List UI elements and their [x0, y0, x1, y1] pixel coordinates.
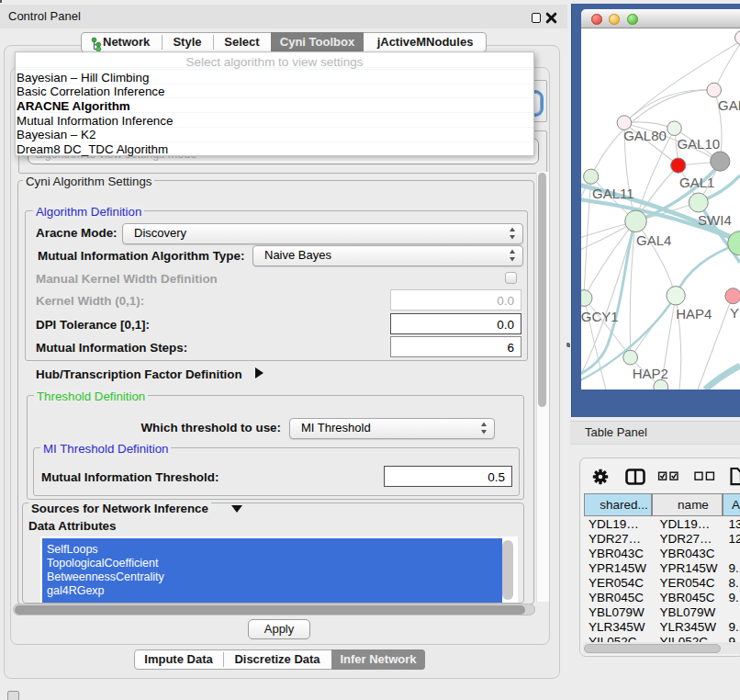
svg-text:SWI4: SWI4 — [698, 212, 732, 228]
svg-text:GCY1: GCY1 — [581, 309, 619, 324]
svg-text:GAL4: GAL4 — [636, 232, 671, 248]
svg-text:GAL: GAL — [718, 97, 740, 113]
svg-text:GAL11: GAL11 — [592, 186, 634, 201]
svg-text:HAP4: HAP4 — [676, 306, 712, 322]
svg-text:Y: Y — [730, 305, 739, 321]
svg-text:GAL1: GAL1 — [679, 175, 714, 190]
svg-text:HAP2: HAP2 — [633, 366, 668, 381]
svg-text:GAL10: GAL10 — [677, 136, 720, 152]
svg-text:GAL80: GAL80 — [623, 128, 667, 143]
